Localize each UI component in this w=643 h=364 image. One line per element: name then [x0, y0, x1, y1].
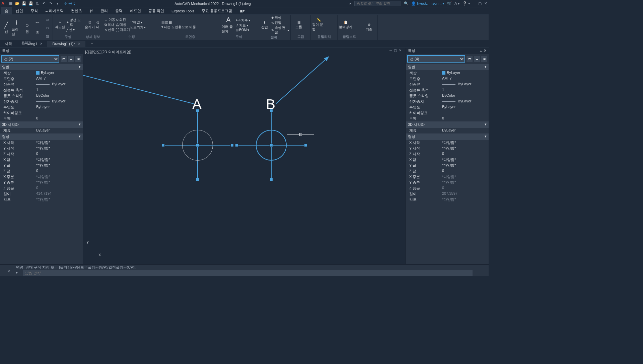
scale-button[interactable]: ⛶ 자르기	[116, 27, 130, 32]
rotate-button[interactable]: ↻ 회전	[116, 17, 130, 22]
ray-mode-button[interactable]: ✦ 광선 모드	[66, 18, 81, 27]
close-tab-icon[interactable]: ✕	[40, 42, 43, 46]
viewport-max-icon[interactable]: ▢	[394, 49, 397, 52]
props-row[interactable]: 선가중치 ByLayer	[0, 99, 83, 104]
props-row[interactable]: 길이207.3597	[406, 191, 489, 197]
share-button[interactable]: ✈ 공유	[64, 1, 76, 6]
close-icon[interactable]: ✕	[484, 1, 487, 6]
props-row[interactable]: 도면층AM_7	[406, 76, 489, 82]
hatch-icon[interactable]: ▨	[43, 32, 51, 40]
props-row[interactable]: 도면층AM_7	[0, 76, 83, 82]
search-icon[interactable]: 🔍	[404, 1, 409, 6]
ribbon-tab-content[interactable]: 컨텐츠	[68, 7, 85, 14]
group-button[interactable]: ▦그룹	[292, 16, 305, 33]
search-input[interactable]	[354, 1, 401, 6]
command-input[interactable]	[23, 270, 473, 276]
props-row[interactable]: Z 끝0	[0, 168, 83, 174]
props-row[interactable]: Z 시작0	[406, 151, 489, 157]
construction-line-button[interactable]: ✦작도선	[54, 16, 66, 33]
open-icon[interactable]: 📂	[15, 1, 20, 6]
props-row[interactable]: 선종류 축적1	[0, 87, 83, 93]
datum-button[interactable]: ⊕기준	[362, 19, 376, 35]
doc-tab-start[interactable]: 시작	[0, 40, 17, 47]
ribbon-tab-featured[interactable]: 주요 응용프로그램	[198, 7, 235, 14]
plot-icon[interactable]: 🖶	[35, 1, 40, 6]
props-row[interactable]: Y 끝*다양함*	[0, 163, 83, 168]
panel-pin-icon[interactable]: ⊏	[480, 49, 483, 53]
dim-btn[interactable]: ⟷ 치수 ▾	[236, 18, 250, 23]
app-A-icon[interactable]: A ▾	[454, 1, 460, 6]
cmdline-close-icon[interactable]: ✕	[7, 269, 10, 274]
array-button[interactable]: ∷ 배열 ▾	[131, 20, 146, 25]
selection-dropdown-right[interactable]: 선 (4)	[407, 55, 465, 63]
save-icon[interactable]: 💾	[21, 1, 27, 6]
arc-button[interactable]: ⌒호	[33, 19, 43, 36]
layer-other-button[interactable]: ▾ 다른 도면층으로 이동	[161, 25, 196, 29]
selection-dropdown-left[interactable]: 선 (2)	[1, 55, 59, 63]
props-row[interactable]: 투명도ByLayer	[0, 104, 83, 110]
leader-btn[interactable]: ↗ 지표 ▾	[236, 23, 250, 28]
circle-button[interactable]: ○원	[22, 19, 32, 36]
props-row[interactable]: Z 끝0	[406, 168, 489, 174]
undo-icon[interactable]: ↶	[42, 1, 47, 6]
ribbon-tab-annotate[interactable]: 주석	[27, 7, 41, 14]
props-row[interactable]: X 끝*다양함*	[406, 157, 489, 163]
quick-select-icon[interactable]: ⬒	[61, 56, 67, 62]
stretch-button[interactable]: ⇲ 신축	[104, 27, 115, 32]
viewport-min-icon[interactable]: ─	[389, 49, 392, 52]
ribbon-tab-output[interactable]: 출력	[112, 7, 126, 14]
quick-select-icon[interactable]: ⬒	[467, 56, 473, 62]
app-logo-icon[interactable]: A·	[1, 1, 5, 6]
props-row[interactable]: 두께0	[406, 116, 489, 121]
ribbon-tab-express[interactable]: Express Tools	[168, 8, 198, 14]
attr-btn[interactable]: ✎ 속성 편집 ▾	[271, 25, 289, 35]
dim-button[interactable]: ⟀ 모깎기 ▾	[131, 25, 146, 30]
viewport-label[interactable]: [-][평면도][2D 와이어프레임]	[85, 50, 131, 55]
ribbon-tab-collab[interactable]: 공동 작업	[145, 7, 167, 14]
props-row[interactable]: 재료ByLayer	[406, 128, 489, 133]
ribbon-tab-view[interactable]: 뷰	[86, 7, 96, 14]
props-row[interactable]: Y 시작*다양함*	[0, 146, 83, 151]
create-btn[interactable]: ✚ 작성	[271, 15, 289, 20]
props-row[interactable]: Y 증분*다양함*	[406, 180, 489, 185]
new-doc-tab[interactable]: ＋	[85, 40, 98, 47]
layer-icon[interactable]: ▤	[161, 20, 164, 24]
props-row[interactable]: 하이퍼링크	[406, 110, 489, 116]
ribbon-tab-home[interactable]: 홈	[1, 7, 12, 14]
state-button[interactable]: 상태	[96, 20, 101, 29]
edit-btn[interactable]: ✎ 편집	[271, 20, 289, 25]
ribbon-tab-manage[interactable]: 관리	[97, 7, 111, 14]
props-row[interactable]: 투명도ByLayer	[406, 104, 489, 110]
ribbon-tab-more-icon[interactable]: ▣▾	[236, 8, 248, 14]
qat-dropdown-icon[interactable]: ▾	[55, 1, 60, 6]
props-row[interactable]: X 증분*다양함*	[406, 174, 489, 180]
props-row[interactable]: 선종류 ByLayer	[0, 82, 83, 87]
props-row[interactable]: 색상ByLayer	[0, 70, 83, 76]
props-row[interactable]: 플롯 스타일ByColor	[406, 93, 489, 99]
props-row[interactable]: 길이414.7194	[0, 191, 83, 197]
viewport-close-icon[interactable]: ✕	[399, 49, 402, 52]
insert-button[interactable]: ⬇삽입	[259, 17, 271, 33]
ribbon-tab-insert[interactable]: 삽입	[12, 7, 26, 14]
drawing-viewport[interactable]: [-][평면도][2D 와이어프레임] A B	[83, 48, 489, 264]
doc-tab-drawing1[interactable]: Drawing1✕	[17, 41, 48, 47]
saveas-icon[interactable]: 💾	[28, 1, 33, 6]
sel-button[interactable]: ╱ 선 ▾	[66, 27, 81, 32]
props-row[interactable]: 재료ByLayer	[0, 128, 83, 133]
mtext-button[interactable]: A여러 줄 문자	[222, 16, 235, 33]
move-button[interactable]: ↔ 이동	[104, 17, 115, 22]
props-row[interactable]: Y 증분*다양함*	[0, 180, 83, 185]
ellipse-icon[interactable]: ⬭	[43, 24, 51, 32]
props-row[interactable]: Z 증분0	[406, 185, 489, 191]
props-row[interactable]: 선가중치 ByLayer	[406, 99, 489, 104]
doc-tab-drawing1-1[interactable]: Drawing1 (1)*✕	[48, 41, 85, 47]
close-tab-icon[interactable]: ✕	[78, 42, 80, 46]
pickadd-icon[interactable]: ⬓	[68, 56, 74, 62]
props-row[interactable]: 플롯 스타일ByColor	[0, 93, 83, 99]
props-section-header[interactable]: 3D 시각화▾	[406, 121, 489, 128]
layer-icon2[interactable]: ▥	[165, 20, 168, 24]
paste-button[interactable]: 📋붙여넣기	[339, 16, 352, 33]
props-row[interactable]: 선종류 축적1	[406, 87, 489, 93]
props-section-header[interactable]: 형상▾	[0, 133, 83, 140]
props-row[interactable]: 하이퍼링크	[0, 110, 83, 116]
